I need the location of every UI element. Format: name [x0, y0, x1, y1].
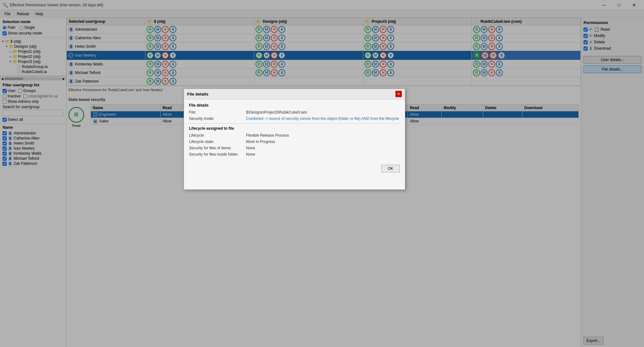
modal-file-row: File: $\Designs\Project3\RubikCube0.iam [189, 110, 400, 115]
modal-title: File details [187, 92, 208, 96]
modal-secfolder-row: Security for files inside folder: None [189, 152, 400, 157]
modal-lcstate-value: Work in Progress [246, 139, 275, 144]
modal-lcstate-label: Lifecycle state: [189, 139, 246, 144]
file-details-modal: File details ✕ File details File: $\Desi… [184, 89, 405, 190]
modal-section2-title: Lifecycle assigned to file [189, 126, 400, 131]
modal-overlay: File details ✕ File details File: $\Desi… [0, 0, 644, 347]
modal-file-label: File: [189, 110, 246, 115]
modal-secfolder-label: Security for files inside folder: [189, 152, 246, 157]
modal-body: File details File: $\Designs\Project3\Ru… [184, 99, 405, 162]
modal-file-value: $\Designs\Project3\RubikCube0.iam [246, 110, 307, 115]
modal-titlebar: File details ✕ [184, 89, 405, 99]
modal-lifecycle-value: Flexible Release Process [246, 133, 289, 138]
modal-secfolder-value: None [246, 152, 255, 157]
modal-secitems-label: Security for files of items: [189, 146, 246, 150]
modal-secitems-value: None [246, 146, 255, 150]
ok-button[interactable]: OK [381, 165, 400, 172]
modal-lifecycle-row: Lifecycle: Flexible Release Process [189, 133, 400, 138]
modal-lcstate-row: Lifecycle state: Work in Progress [189, 139, 400, 144]
modal-secmode-row: Security mode: Combined -> source of sec… [189, 116, 400, 121]
modal-close-button[interactable]: ✕ [395, 91, 402, 97]
modal-secmode-label: Security mode: [189, 116, 246, 121]
modal-section1-title: File details [189, 103, 400, 108]
modal-lifecycle-label: Lifecycle: [189, 133, 246, 138]
modal-footer: OK [184, 162, 405, 175]
modal-secitems-row: Security for files of items: None [189, 146, 400, 150]
modal-secmode-value: Combined -> source of security comes fro… [246, 116, 399, 121]
